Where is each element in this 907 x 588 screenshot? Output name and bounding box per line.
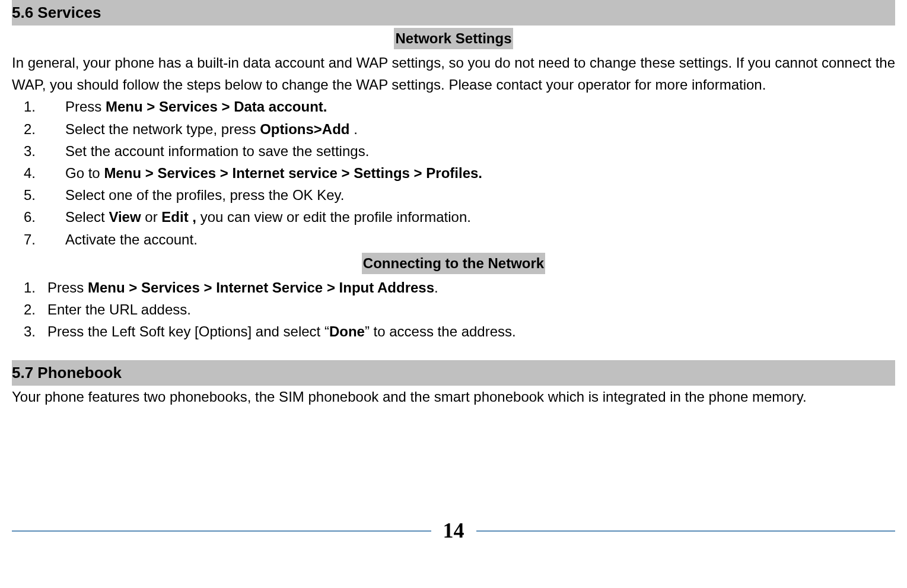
connecting-heading: Connecting to the Network	[362, 253, 545, 274]
connecting-heading-wrapper: Connecting to the Network	[12, 253, 895, 274]
step-number: 2.	[24, 298, 47, 320]
step-text: Activate the account.	[65, 228, 198, 250]
list-item: 3. Press the Left Soft key [Options] and…	[12, 320, 895, 342]
step-text: Select View or Edit , you can view or ed…	[65, 206, 471, 228]
phonebook-intro: Your phone features two phonebooks, the …	[12, 386, 895, 408]
connecting-steps: 1. Press Menu > Services > Internet Serv…	[12, 276, 895, 343]
network-settings-heading-wrapper: Network Settings	[12, 28, 895, 49]
step-text: Press the Left Soft key [Options] and se…	[47, 320, 516, 342]
step-number: 7.	[24, 228, 65, 250]
network-settings-heading: Network Settings	[394, 28, 513, 49]
step-text: Set the account information to save the …	[65, 140, 369, 162]
list-item: 2. Enter the URL addess.	[12, 298, 895, 320]
list-item: 1. Press Menu > Services > Data account.	[12, 96, 895, 117]
network-settings-steps: 1. Press Menu > Services > Data account.…	[12, 96, 895, 250]
step-number: 1.	[24, 276, 47, 298]
footer-line-right	[471, 530, 895, 532]
footer-line-left	[12, 530, 436, 532]
step-text: Select the network type, press Options>A…	[65, 118, 358, 140]
step-text: Enter the URL addess.	[47, 298, 191, 320]
step-text: Press Menu > Services > Data account.	[65, 96, 327, 117]
list-item: 2. Select the network type, press Option…	[12, 118, 895, 140]
section-5-6-title: 5.6 Services	[12, 0, 895, 26]
network-settings-intro: In general, your phone has a built-in da…	[12, 52, 895, 96]
step-number: 1.	[24, 96, 65, 117]
list-item: 1. Press Menu > Services > Internet Serv…	[12, 276, 895, 298]
step-number: 3.	[24, 140, 65, 162]
page-number: 14	[431, 514, 476, 546]
list-item: 4. Go to Menu > Services > Internet serv…	[12, 162, 895, 184]
step-number: 4.	[24, 162, 65, 184]
step-number: 2.	[24, 118, 65, 140]
section-5-7-title: 5.7 Phonebook	[12, 360, 895, 386]
page-footer: 14	[12, 514, 895, 546]
list-item: 6. Select View or Edit , you can view or…	[12, 206, 895, 228]
list-item: 3. Set the account information to save t…	[12, 140, 895, 162]
step-number: 3.	[24, 320, 47, 342]
step-text: Go to Menu > Services > Internet service…	[65, 162, 482, 184]
list-item: 7. Activate the account.	[12, 228, 895, 250]
step-number: 5.	[24, 184, 65, 206]
step-text: Select one of the profiles, press the OK…	[65, 184, 344, 206]
step-text: Press Menu > Services > Internet Service…	[47, 276, 438, 298]
list-item: 5. Select one of the profiles, press the…	[12, 184, 895, 206]
step-number: 6.	[24, 206, 65, 228]
